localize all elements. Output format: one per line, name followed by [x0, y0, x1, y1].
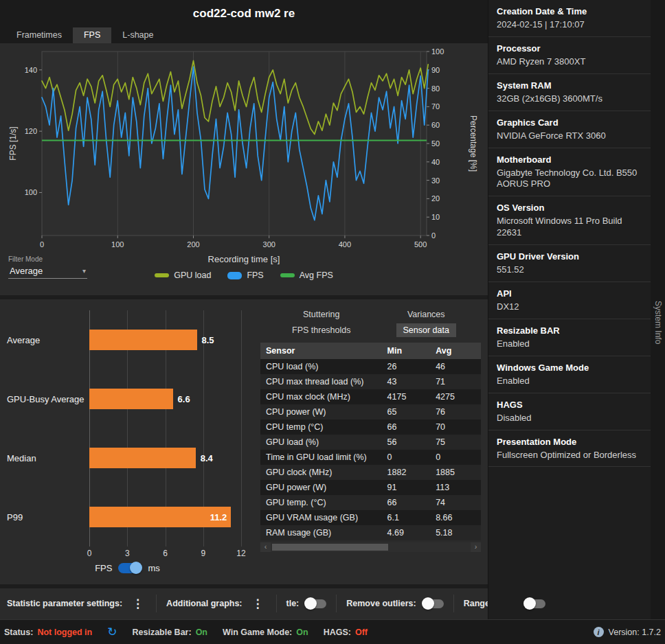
kebab-menu-icon[interactable]: ⋮: [249, 597, 267, 611]
bar-x-tick: 12: [236, 549, 245, 558]
scrollbar-thumb[interactable]: [272, 544, 388, 551]
bar-row-p99: P9911.2: [5, 507, 241, 527]
fps-line-chart[interactable]: 0100200300400500100120140010203040506070…: [6, 45, 482, 251]
chart-header: cod22-cod mw2 re FrametimesFPSL-shape: [0, 0, 488, 43]
system-info-value: 32GB (2x16GB) 3600MT/s: [497, 93, 642, 105]
sensor-name-cell: CPU max thread load (%): [260, 374, 382, 389]
bar-track: 11.2: [89, 507, 241, 527]
fps-chart-panel: cod22-cod mw2 re FrametimesFPSL-shape 01…: [0, 0, 488, 295]
sensor-name-cell: Time in GPU load limit (%): [260, 450, 382, 465]
status-item-value: On: [296, 628, 308, 637]
svg-text:90: 90: [431, 66, 440, 74]
svg-text:500: 500: [414, 240, 427, 249]
page-title: cod22-cod mw2 re: [193, 7, 295, 21]
bar-category-label: P99: [5, 512, 89, 522]
sensor-value-cell: 0: [382, 450, 431, 465]
bar-value-label: 8.5: [202, 335, 214, 345]
system-info-resizable-bar: Resizable BAREnabled: [488, 319, 651, 356]
sensor-value-cell: 66: [382, 495, 431, 510]
legend-item-gpu-load[interactable]: GPU load: [155, 271, 211, 280]
status-item-resizable-bar: Resizable Bar:On: [132, 628, 207, 637]
unit-toggle-row: FPS ms: [5, 563, 249, 573]
system-info-windows-game-mode: Windows Game ModeEnabled: [488, 356, 651, 393]
filter-mode-select[interactable]: Average ▾: [8, 263, 87, 279]
svg-text:100: 100: [431, 47, 444, 56]
info-icon[interactable]: i: [594, 627, 604, 637]
system-info-title: System RAM: [497, 80, 642, 91]
scroll-left-button[interactable]: ‹: [260, 542, 271, 552]
bar-x-tick: 9: [201, 549, 205, 558]
system-info-hags: HAGSDisabled: [488, 393, 651, 430]
bar-category-label: Average: [5, 335, 89, 345]
tab-l-shape[interactable]: L-shape: [111, 27, 164, 43]
table-row: RAM usage (GB)4.695.18: [260, 525, 481, 540]
sensor-name-cell: RAM usage (GB): [260, 525, 382, 540]
status-item-win-game-mode: Win Game Mode:On: [223, 628, 308, 637]
system-info-title: API: [497, 288, 642, 299]
remove-outliers-toggle-switch[interactable]: [423, 599, 444, 608]
table-row: CPU temp (°C)6670: [260, 419, 481, 435]
bar-row-median: Median8.4: [5, 448, 241, 468]
status-item-label: Status:: [4, 628, 33, 637]
tab-fps[interactable]: FPS: [73, 27, 111, 43]
column-header-sensor[interactable]: Sensor: [260, 343, 382, 359]
svg-text:100: 100: [111, 240, 124, 249]
status-item-status: Status:Not logged in: [4, 628, 92, 637]
legend-item-avg-fps[interactable]: Avg FPS: [280, 271, 333, 280]
svg-text:50: 50: [431, 139, 440, 148]
sensor-value-cell: 91: [382, 480, 431, 495]
sensor-value-cell: 0: [430, 450, 481, 465]
system-info-title: OS Version: [497, 203, 642, 213]
svg-text:400: 400: [339, 240, 351, 249]
system-info-title: Windows Game Mode: [497, 363, 642, 373]
system-info-value: 2024-02-15 | 17:10:07: [497, 19, 642, 31]
analysis-tab-fps-thresholds[interactable]: FPS thresholds: [285, 323, 357, 337]
svg-text:100: 100: [25, 188, 37, 196]
status-item-value: Off: [355, 628, 368, 637]
analysis-tab-stuttering[interactable]: Stuttering: [296, 308, 347, 321]
svg-text:0: 0: [40, 240, 44, 249]
system-info-api: APIDX12: [488, 282, 651, 319]
chart-footer: Filter Mode Average ▾ Recording time [s]…: [0, 254, 488, 298]
sensor-table-section: StutteringVariancesFPS thresholdsSensor …: [258, 299, 488, 584]
system-info-title: Processor: [497, 43, 642, 54]
table-row: GPU temp. (°C)6674: [260, 495, 481, 510]
sensor-value-cell: 76: [430, 404, 481, 419]
kebab-menu-icon[interactable]: ⋮: [129, 597, 146, 611]
svg-text:FPS [1/s]: FPS [1/s]: [8, 126, 18, 160]
sensor-value-cell: 1882: [382, 465, 431, 480]
legend-label: Avg FPS: [300, 271, 333, 280]
sensor-name-cell: GPU load (%): [260, 435, 382, 450]
title-toggle: tle:: [286, 599, 327, 608]
bar-gpu-busy-average[interactable]: [89, 389, 173, 409]
tab-frametimes[interactable]: Frametimes: [5, 27, 73, 43]
refresh-icon[interactable]: ↻: [107, 625, 117, 639]
analysis-tab-variances[interactable]: Variances: [401, 308, 452, 321]
system-info-strip[interactable]: System Info: [651, 0, 665, 619]
additional-graphs-label: Additional graphs:: [166, 599, 242, 608]
unit-fps-label[interactable]: FPS: [95, 563, 112, 573]
remove-outliers-toggle-label: Remove outliers:: [346, 599, 416, 608]
fps-ms-toggle[interactable]: [118, 563, 142, 573]
bar-average[interactable]: [89, 330, 197, 350]
scroll-right-button[interactable]: ›: [471, 542, 481, 552]
bar-median[interactable]: [89, 448, 196, 468]
legend-swatch-gpu-load: [155, 273, 169, 277]
bar-row-gpu-busy-average: GPU-Busy Average6.6: [5, 389, 241, 409]
table-scrollbar[interactable]: ‹ ›: [260, 542, 481, 552]
svg-text:20: 20: [431, 194, 440, 203]
column-header-min[interactable]: Min: [382, 343, 431, 359]
column-header-avg[interactable]: Avg: [430, 343, 481, 359]
statistics-bar-chart: Average8.5GPU-Busy Average6.6Median8.4P9…: [0, 299, 258, 584]
title-toggle-switch[interactable]: [306, 599, 326, 608]
system-info-motherboard: MotherboardGigabyte Technology Co. Ltd. …: [488, 148, 651, 197]
unit-ms-label[interactable]: ms: [148, 563, 159, 573]
range-slider-toggle-switch[interactable]: [525, 599, 545, 608]
scrollbar-track[interactable]: [271, 542, 471, 552]
analysis-tab-sensor-data[interactable]: Sensor data: [396, 323, 456, 337]
status-item-value: Not logged in: [37, 628, 92, 637]
filter-mode: Filter Mode Average ▾: [8, 255, 87, 279]
sensor-value-cell: 5.18: [430, 525, 481, 540]
legend-item-fps[interactable]: FPS: [227, 271, 263, 280]
bar-value-label: 11.2: [210, 512, 227, 522]
